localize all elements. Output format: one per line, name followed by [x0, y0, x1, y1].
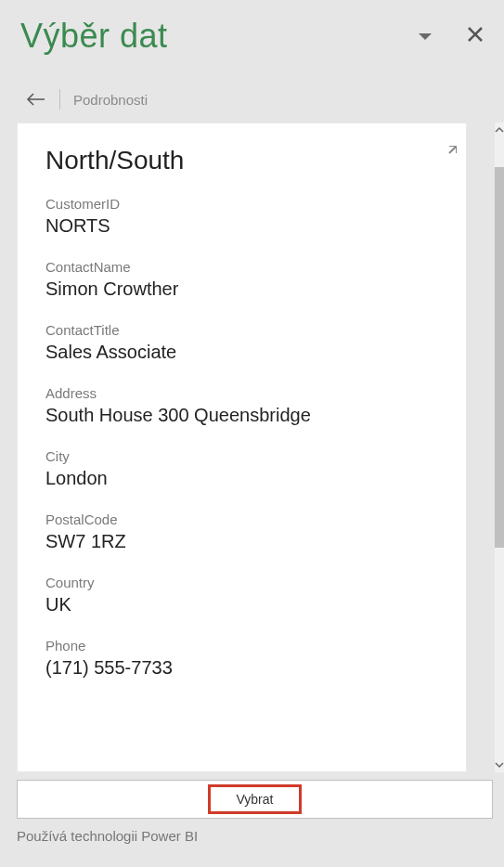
field-label: PostalCode [45, 511, 438, 527]
dropdown-icon[interactable] [419, 28, 432, 45]
field-label: City [45, 448, 438, 464]
record-title: North/South [45, 146, 438, 175]
field-country: Country UK [45, 575, 438, 615]
svg-line-4 [449, 146, 457, 153]
panel-title: Výběr dat [20, 17, 168, 56]
field-address: Address South House 300 Queensbridge [45, 385, 438, 426]
scrollbar[interactable] [495, 123, 504, 772]
select-button[interactable]: Vybrat [208, 784, 303, 814]
field-label: CustomerID [45, 196, 438, 212]
field-postalcode: PostalCode SW7 1RZ [45, 511, 438, 552]
field-label: ContactName [45, 259, 438, 275]
field-phone: Phone (171) 555-7733 [45, 638, 438, 679]
footer-text: Používá technologii Power BI [0, 819, 504, 844]
field-label: Country [45, 575, 438, 590]
action-bar: Vybrat [17, 780, 493, 819]
field-label: ContactTitle [45, 322, 438, 338]
expand-icon[interactable] [446, 144, 457, 161]
field-value: South House 300 Queensbridge [45, 405, 438, 426]
detail-card: North/South CustomerID NORTS ContactName… [17, 123, 467, 772]
title-actions [419, 26, 484, 46]
field-label: Phone [45, 638, 438, 653]
breadcrumb-label: Podrobnosti [73, 92, 148, 108]
field-city: City London [45, 448, 438, 489]
field-value: Sales Associate [45, 342, 438, 363]
back-arrow-icon[interactable] [26, 92, 46, 107]
field-value: (171) 555-7733 [45, 657, 438, 679]
field-value: UK [45, 594, 438, 615]
close-icon[interactable] [467, 26, 484, 46]
field-value: NORTS [45, 215, 438, 237]
breadcrumb-divider [59, 89, 60, 110]
breadcrumb: Podrobnosti [0, 65, 504, 121]
scroll-up-icon[interactable] [495, 123, 504, 137]
field-value: Simon Crowther [45, 278, 438, 300]
scroll-down-icon[interactable] [495, 757, 504, 772]
field-value: SW7 1RZ [45, 531, 438, 552]
field-contactname: ContactName Simon Crowther [45, 259, 438, 300]
content-area: North/South CustomerID NORTS ContactName… [17, 123, 493, 772]
field-customerid: CustomerID NORTS [45, 196, 438, 237]
titlebar: Výběr dat [0, 0, 504, 65]
field-value: London [45, 468, 438, 489]
scroll-thumb[interactable] [495, 167, 504, 548]
field-contacttitle: ContactTitle Sales Associate [45, 322, 438, 363]
svg-marker-0 [419, 33, 432, 40]
field-label: Address [45, 385, 438, 401]
